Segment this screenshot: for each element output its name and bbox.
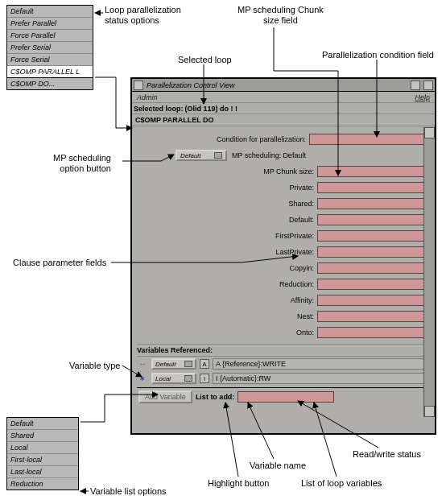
loop-status-option[interactable]: Prefer Serial — [7, 42, 93, 54]
menubar: Admin Help — [132, 92, 435, 103]
loop-status-option[interactable]: Force Parallel — [7, 30, 93, 42]
callout-clause-fields: Clause parameter fields — [13, 258, 106, 268]
callout-mp-chunk-field: MP scheduling Chunk size field — [237, 5, 324, 26]
loop-status-option[interactable]: Force Serial — [7, 54, 93, 66]
scroll-up-icon[interactable] — [424, 127, 435, 138]
loop-status-option[interactable]: Default — [7, 6, 93, 18]
mp-scheduling-value: Default — [283, 151, 306, 159]
clause-row: Nest: — [137, 308, 430, 324]
mp-scheduling-option-button[interactable]: Default — [176, 150, 227, 161]
clause-row: Default: — [137, 212, 430, 228]
selected-loop-row: Selected loop: (Olid 119) do ! ! — [132, 103, 435, 114]
callout-rw-status: Read/write status — [353, 449, 421, 460]
loop-status-option[interactable]: Prefer Parallel — [7, 18, 93, 30]
clause-row: Reduction: — [137, 276, 430, 292]
variable-cell[interactable]: A {Reference}:WRITE — [213, 358, 430, 370]
callout-loop-vars: List of loop variables — [301, 478, 382, 489]
window-titlebar: Parallelization Control View — [132, 79, 435, 92]
condition-label: Condition for parallelization: — [217, 135, 306, 143]
variable-list-option[interactable]: Local — [7, 442, 78, 454]
clause-field[interactable] — [317, 262, 430, 274]
window-maximize-icon[interactable] — [423, 81, 433, 90]
callout-loop-status-options: Loop parallelization status options — [105, 5, 181, 26]
variable-list-option[interactable]: Reduction — [7, 478, 78, 490]
clause-label: Reduction: — [250, 280, 314, 288]
highlight-button[interactable]: A — [200, 359, 209, 369]
callout-var-list-options: Variable list options — [90, 486, 167, 497]
variable-row: ↔DefaultAA {Reference}:WRITE — [137, 357, 430, 371]
selected-loop-label: Selected loop: — [134, 105, 184, 113]
clause-field[interactable] — [317, 295, 430, 306]
variable-list-option[interactable]: Last-local — [7, 466, 78, 478]
window-body: Condition for parallelization: Default M… — [132, 126, 435, 407]
variable-cell[interactable]: I {Automatic}:RW — [213, 373, 430, 384]
clause-label: Affinity: — [250, 296, 314, 304]
highlight-button[interactable]: I — [200, 374, 209, 383]
clause-label: Shared: — [250, 200, 314, 208]
clause-row: LastPrivate: — [137, 244, 430, 260]
selected-loop-value: (Olid 119) do ! ! — [185, 105, 238, 113]
list-to-add-label: List to add: — [196, 393, 235, 401]
loop-status-options-list[interactable]: DefaultPrefer ParallelForce ParallelPref… — [6, 5, 93, 90]
bottom-bar: Add Variable List to add: — [137, 387, 430, 406]
clause-row: Affinity: — [137, 292, 430, 308]
mp-chunk-field[interactable] — [317, 166, 430, 177]
add-variable-button[interactable]: Add Variable — [138, 390, 192, 403]
clause-label: Nest: — [250, 312, 314, 320]
option-indicator-icon — [214, 152, 222, 159]
clause-label: LastPrivate: — [250, 248, 314, 256]
clause-label: Copyin: — [250, 264, 314, 272]
clause-row: FirstPrivate: — [137, 228, 430, 244]
clause-row: Onto: — [137, 324, 430, 341]
variable-list-options-list[interactable]: DefaultSharedLocalFirst-localLast-localR… — [6, 417, 79, 490]
loop-status-option[interactable]: C$OMP DO... — [7, 78, 93, 89]
callout-variable-name: Variable name — [250, 461, 306, 471]
vertical-scrollbar[interactable] — [423, 127, 435, 417]
clause-field[interactable] — [317, 279, 430, 290]
mp-scheduling-option-text: Default — [180, 152, 200, 159]
callout-selected-loop: Selected loop — [178, 55, 232, 65]
clause-field[interactable] — [317, 327, 430, 338]
clause-field[interactable] — [317, 214, 430, 225]
condition-field[interactable] — [309, 134, 430, 145]
variable-type-icon: ∗ — [137, 374, 148, 383]
callout-parallel-cond: Parallelization condition field — [322, 50, 434, 60]
mp-scheduling-label: MP scheduling: — [232, 151, 281, 159]
clause-label: Default: — [250, 216, 314, 224]
scroll-down-icon[interactable] — [424, 406, 435, 417]
clause-field[interactable] — [317, 182, 430, 193]
directive-line: C$OMP PARALLEL DO — [132, 114, 435, 126]
variable-list-option[interactable]: Shared — [7, 430, 78, 442]
option-indicator-icon — [184, 361, 192, 367]
variable-row: ∗LocalII {Automatic}:RW — [137, 371, 430, 386]
variable-type-icon: ↔ — [137, 359, 148, 369]
clause-row: Private: — [137, 180, 430, 196]
menu-admin[interactable]: Admin — [137, 93, 158, 101]
variables-referenced-section: Variables Referenced: ↔DefaultAA {Refere… — [137, 344, 430, 386]
mp-scheduling-row: Default MP scheduling: Default — [137, 147, 430, 163]
menu-help[interactable]: Help — [415, 93, 430, 101]
clause-row: Copyin: — [137, 260, 430, 276]
clause-field[interactable] — [317, 230, 430, 242]
variable-option-button[interactable]: Local — [151, 373, 196, 384]
parallelization-control-view-window: Parallelization Control View Admin Help … — [130, 77, 436, 435]
variable-list-option[interactable]: Default — [7, 418, 78, 430]
mp-chunk-row: MP Chunk size: — [137, 163, 430, 180]
clause-field[interactable] — [317, 311, 430, 322]
variable-option-button[interactable]: Default — [151, 358, 196, 370]
loop-status-option[interactable]: C$OMP PARALLEL L — [7, 66, 93, 78]
clause-field[interactable] — [317, 246, 430, 258]
list-to-add-field[interactable] — [237, 391, 334, 403]
mp-chunk-label: MP Chunk size: — [250, 167, 314, 176]
clause-label: Private: — [250, 184, 314, 192]
condition-row: Condition for parallelization: — [137, 131, 430, 147]
callout-mp-option-button: MP scheduling option button — [53, 153, 111, 174]
window-title: Parallelization Control View — [147, 81, 407, 89]
window-minimize-icon[interactable] — [411, 81, 420, 90]
variable-list-option[interactable]: First-local — [7, 454, 78, 466]
variables-referenced-title: Variables Referenced: — [137, 346, 430, 357]
window-menu-icon[interactable] — [134, 81, 143, 90]
clause-label: Onto: — [250, 328, 314, 337]
clause-field[interactable] — [317, 198, 430, 209]
option-indicator-icon — [184, 375, 192, 382]
